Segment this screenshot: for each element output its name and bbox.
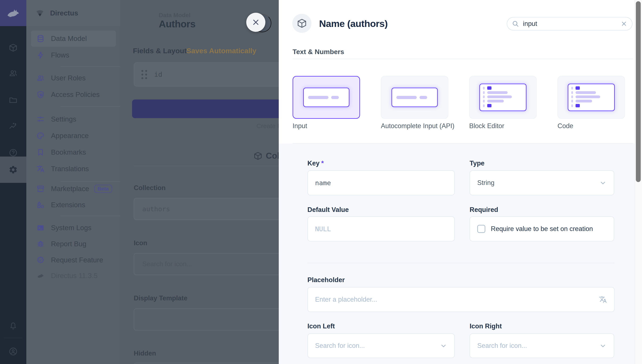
drawer-close-button[interactable]	[246, 13, 265, 32]
divider	[307, 263, 615, 263]
required-label: Required	[470, 206, 498, 214]
placeholder-label: Placeholder	[307, 276, 345, 284]
editor-interface-preview	[568, 84, 615, 111]
drawer-title: Name (authors)	[319, 18, 388, 29]
interface-search-input[interactable]	[523, 20, 620, 28]
module-files-icon[interactable]	[0, 88, 26, 113]
interface-card-code[interactable]	[557, 76, 625, 119]
sidebar-item-request-feature[interactable]: Request Feature	[31, 252, 116, 268]
terminal-icon	[37, 224, 45, 232]
collection-value: authors	[142, 205, 170, 213]
rabbit-logo-icon	[6, 6, 21, 21]
key-field[interactable]	[307, 170, 455, 195]
key-label: Key*	[307, 160, 324, 167]
translate-icon[interactable]	[599, 296, 607, 304]
default-value-input[interactable]	[315, 225, 447, 233]
people-icon	[37, 74, 45, 82]
sidebar-item-extensions[interactable]: Extensions	[31, 197, 116, 213]
icon-right-label: Icon Right	[470, 322, 502, 330]
editor-interface-preview	[479, 84, 526, 111]
project-switcher[interactable]: Directus	[26, 0, 120, 26]
placeholder-input[interactable]	[315, 296, 599, 303]
module-insights-icon[interactable]	[0, 114, 26, 139]
field-name: id	[154, 70, 162, 78]
storefront-icon	[37, 185, 45, 193]
project-status-icon	[34, 8, 46, 19]
sidebar-item-label: Settings	[51, 115, 76, 123]
field-config-drawer: Name (authors) Text & Numbers	[279, 0, 635, 364]
module-settings-icon[interactable]	[0, 156, 26, 183]
default-value-field[interactable]	[307, 216, 455, 242]
interface-group-heading: Text & Numbers	[292, 48, 344, 56]
type-value: String	[477, 179, 494, 187]
default-value-label: Default Value	[307, 206, 349, 214]
sidebar-item-label: Data Model	[51, 34, 87, 43]
module-bar	[0, 0, 26, 364]
user-avatar-icon[interactable]	[0, 339, 26, 364]
icon-left-select[interactable]: Search for icon...	[307, 334, 455, 358]
sidebar-item-access-policies[interactable]: Access Policies	[31, 86, 116, 103]
sidebar-item-appearance[interactable]: Appearance	[31, 128, 116, 144]
module-content-icon[interactable]	[0, 35, 26, 60]
sidebar-item-data-model[interactable]: Data Model	[31, 30, 116, 47]
type-label: Type	[470, 160, 484, 167]
required-checkbox[interactable]	[477, 225, 485, 233]
interface-card-input[interactable]	[292, 76, 360, 119]
notifications-bell-icon[interactable]	[0, 314, 26, 338]
sidebar-item-bookmarks[interactable]: Bookmarks	[31, 144, 116, 160]
icon-label: Icon	[134, 239, 147, 247]
input-interface-preview	[303, 88, 350, 107]
bug-icon	[37, 240, 45, 248]
interface-card-autocomplete[interactable]	[381, 76, 448, 119]
palette-icon	[37, 132, 45, 140]
input-interface-preview	[392, 88, 438, 107]
version-label: Directus 11.3.5	[51, 272, 98, 280]
hidden-label: Hidden	[134, 350, 156, 357]
required-checkbox-label[interactable]: Require value to be set on creation	[491, 225, 593, 233]
sidebar-item-marketplace[interactable]: Marketplace Beta	[31, 181, 116, 197]
beta-badge: Beta	[94, 185, 112, 193]
interface-card-block-editor[interactable]	[469, 76, 537, 119]
divider	[292, 59, 633, 59]
interface-card-label: Block Editor	[469, 122, 504, 130]
sidebar-version: Directus 11.3.5	[31, 268, 116, 284]
translate-icon	[37, 165, 45, 173]
required-field: Require value to be set on creation	[470, 216, 614, 242]
sidebar-item-flows[interactable]: Flows	[31, 47, 116, 63]
cube-icon	[253, 152, 262, 160]
placeholder-field[interactable]	[307, 287, 615, 312]
database-icon	[37, 34, 45, 43]
clear-search-icon[interactable]	[620, 20, 627, 27]
sidebar-item-label: System Logs	[51, 224, 92, 232]
icon-right-placeholder: Search for icon...	[477, 342, 527, 350]
sidebar-item-label: Flows	[51, 51, 69, 59]
sidebar-item-label: Marketplace	[51, 185, 89, 193]
scrollbar-thumb[interactable]	[636, 1, 641, 182]
drag-handle-icon[interactable]	[141, 70, 147, 79]
module-bar-divider	[4, 338, 23, 338]
sidebar-item-settings[interactable]: Settings	[31, 111, 116, 127]
sidebar-item-translations[interactable]: Translations	[31, 161, 116, 177]
sidebar-item-user-roles[interactable]: User Roles	[31, 70, 116, 86]
field-options-form: Key* Type String Default Value Required …	[279, 144, 635, 364]
type-select[interactable]: String	[470, 170, 614, 195]
module-users-icon[interactable]	[0, 61, 26, 86]
project-name: Directus	[50, 9, 78, 17]
sidebar-item-label: Report Bug	[51, 240, 86, 248]
sidebar-item-system-logs[interactable]: System Logs	[31, 220, 116, 236]
chevron-down-icon	[599, 342, 606, 349]
sidebar-item-report-bug[interactable]: Report Bug	[31, 236, 116, 252]
sidebar-item-label: Translations	[51, 165, 89, 173]
sidebar-item-label: Access Policies	[51, 90, 100, 99]
sidebar-item-label: Extensions	[51, 201, 85, 209]
sidebar-item-label: Bookmarks	[51, 148, 86, 156]
category-icon	[37, 201, 45, 209]
bolt-icon	[37, 51, 45, 59]
directus-logo-tile[interactable]	[0, 0, 26, 26]
bookmark-icon	[37, 148, 45, 156]
chevron-down-icon	[440, 342, 447, 349]
icon-right-select[interactable]: Search for icon...	[470, 334, 614, 358]
cube-icon	[297, 18, 307, 28]
key-input[interactable]	[315, 179, 447, 187]
breadcrumb[interactable]: Data Model	[159, 12, 190, 19]
